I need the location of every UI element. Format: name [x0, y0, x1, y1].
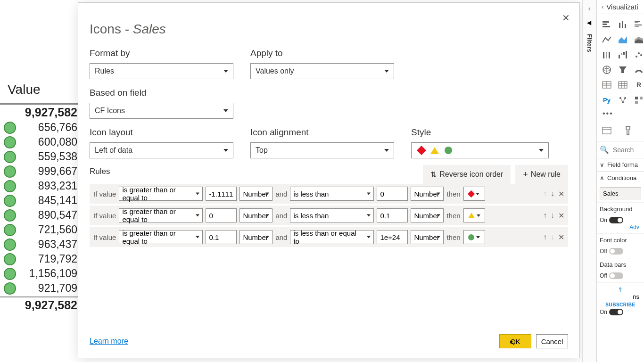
python-visual-icon[interactable]: Py: [601, 94, 613, 106]
rule-op2-select[interactable]: is less than or equal to: [290, 230, 374, 244]
diamond-icon: [417, 146, 426, 155]
funnel-icon[interactable]: [617, 64, 629, 75]
svg-rect-14: [606, 52, 607, 58]
font-color-toggle[interactable]: Off: [600, 248, 623, 255]
svg-rect-29: [619, 82, 627, 88]
rule-type2-select[interactable]: Number: [411, 208, 444, 222]
fields-tab-icon[interactable]: [601, 125, 613, 136]
rule-type2-select[interactable]: Number: [411, 230, 444, 244]
area-chart-icon[interactable]: [617, 34, 629, 45]
ok-button[interactable]: OK↖: [499, 334, 531, 348]
filters-pane-collapsed[interactable]: ‹ ▼ Filters: [582, 0, 596, 362]
rule-type2-select[interactable]: Number: [411, 187, 444, 201]
section-conditional-formatting[interactable]: ∧Conditiona: [597, 171, 644, 184]
rule-op2-select[interactable]: is less than: [290, 208, 374, 222]
status-circle-icon: [4, 122, 16, 134]
delete-rule-icon[interactable]: ✕: [558, 189, 564, 198]
rule-op1-select[interactable]: is greater than or equal to: [119, 208, 203, 222]
rule-op1-select[interactable]: is greater than or equal to: [119, 187, 203, 201]
circle-icon: [445, 147, 452, 154]
ribbon-chart-icon[interactable]: [601, 49, 613, 60]
clustered-bar-icon[interactable]: [633, 19, 644, 30]
rule-value2-input[interactable]: [377, 230, 408, 244]
svg-marker-24: [619, 66, 627, 73]
apply-to-select[interactable]: Values only: [250, 63, 394, 79]
format-by-select[interactable]: Rules: [90, 63, 233, 79]
rule-value1-input[interactable]: [206, 208, 237, 222]
stacked-bar-icon[interactable]: [601, 19, 613, 30]
based-on-label: Based on field: [90, 88, 233, 98]
triangle-icon: [430, 147, 439, 154]
style-label: Style: [411, 127, 549, 138]
move-down-icon[interactable]: ↓: [551, 211, 554, 220]
filters-label: Filters: [586, 34, 593, 52]
r-visual-icon[interactable]: R: [633, 79, 644, 90]
rule-op2-select[interactable]: is less than: [290, 187, 374, 201]
rule-value2-input[interactable]: [377, 208, 408, 222]
status-circle-icon: [4, 268, 16, 280]
rule-value1-input[interactable]: [206, 187, 237, 201]
svg-rect-6: [635, 21, 640, 22]
filled-map-icon[interactable]: [601, 64, 613, 75]
and-label: and: [275, 212, 287, 220]
visualizations-pane: ‹ Visualizati R Py ••• 🔍 ∨Field forma ∧C…: [596, 0, 644, 362]
move-up-icon[interactable]: ↑: [543, 233, 547, 241]
background-table: Value 9,927,582 656,766600,080559,538999…: [0, 78, 80, 313]
style-select[interactable]: [411, 142, 549, 158]
rule-type1-select[interactable]: Number: [239, 187, 272, 201]
gauge-icon[interactable]: [633, 64, 644, 75]
table-row: 721,560: [0, 222, 80, 237]
chevron-left-icon[interactable]: ‹: [588, 5, 591, 12]
matrix-icon[interactable]: [617, 79, 629, 90]
rule-icon-picker[interactable]: [463, 208, 485, 222]
search-input[interactable]: [612, 146, 640, 154]
table-icon[interactable]: [601, 79, 613, 90]
table-header-value: Value: [0, 78, 80, 101]
more-visuals-icon[interactable]: •••: [601, 109, 644, 118]
stacked-column-icon[interactable]: [617, 19, 629, 30]
line-chart-icon[interactable]: [601, 34, 613, 45]
key-influencers-icon[interactable]: [617, 94, 629, 106]
move-down-icon[interactable]: ↓: [551, 189, 554, 198]
search-icon: 🔍: [600, 145, 609, 154]
close-icon[interactable]: ✕: [562, 12, 570, 24]
format-search[interactable]: 🔍: [597, 141, 644, 158]
table-row: 600,080: [0, 135, 80, 149]
new-rule-button[interactable]: +New rule: [515, 165, 568, 184]
rule-value1-input[interactable]: [206, 230, 237, 244]
icons-toggle[interactable]: On: [600, 309, 623, 315]
then-label: then: [446, 233, 460, 241]
delete-rule-icon[interactable]: ✕: [558, 211, 564, 220]
status-circle-icon: [4, 165, 16, 178]
table-total-top: 9,927,582: [0, 105, 80, 120]
scatter-icon[interactable]: [633, 49, 644, 60]
table-row: 893,231: [0, 179, 80, 193]
based-on-select[interactable]: CF Icons: [90, 103, 233, 119]
decomposition-icon[interactable]: [633, 94, 644, 106]
background-color-toggle[interactable]: On: [600, 217, 623, 223]
learn-more-link[interactable]: Learn more: [90, 337, 128, 346]
icon-layout-select[interactable]: Left of data: [90, 142, 233, 158]
rule-icon-picker[interactable]: [463, 230, 485, 244]
rule-op1-select[interactable]: is greater than or equal to: [119, 230, 203, 244]
rule-icon-picker[interactable]: [463, 187, 485, 201]
rule-value2-input[interactable]: [377, 187, 408, 201]
stacked-area-icon[interactable]: [633, 34, 644, 45]
chevron-left-icon[interactable]: ‹: [602, 3, 603, 10]
format-tab-icon[interactable]: [622, 125, 635, 136]
rule-type1-select[interactable]: Number: [239, 230, 272, 244]
data-bars-toggle[interactable]: Off: [600, 272, 623, 279]
section-field-formatting[interactable]: ∨Field forma: [597, 158, 644, 171]
rule-row: If valueis greater than or equal toNumbe…: [90, 206, 568, 225]
delete-rule-icon[interactable]: ✕: [558, 233, 564, 242]
background-advanced-link[interactable]: Adv: [600, 224, 641, 230]
icon-alignment-select[interactable]: Top: [250, 142, 394, 158]
cancel-button[interactable]: Cancel: [536, 334, 568, 348]
table-row: 1,156,109: [0, 266, 80, 281]
conditional-field-select[interactable]: Sales: [600, 187, 641, 199]
icon-alignment-label: Icon alignment: [250, 127, 394, 138]
move-up-icon[interactable]: ↑: [543, 211, 547, 220]
rule-type1-select[interactable]: Number: [239, 208, 272, 222]
waterfall-icon[interactable]: [617, 49, 629, 60]
reverse-icon-order-button[interactable]: ⇅Reverse icon order: [423, 165, 511, 184]
